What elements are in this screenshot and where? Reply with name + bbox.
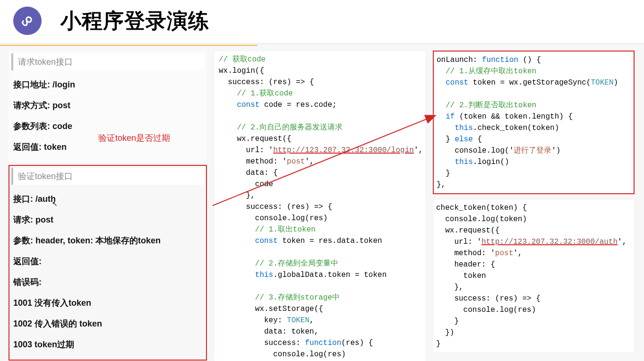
right-column: onLaunch: function () { // 1.从缓存中取出token… (433, 51, 635, 361)
code-line: console.log(res) (219, 213, 425, 224)
api-section-title: 验证token接口 (11, 168, 204, 185)
code-line: success: function(res) { (219, 337, 425, 349)
code-line: method: 'post', (436, 248, 632, 259)
code-line: // 2.存储到全局变量中 (219, 258, 425, 269)
api-error-1002: 1002 传入错误的 token (11, 313, 204, 334)
api-block-auth: 验证token接口 接口: /auth ↖ 请求: post 参数: heade… (9, 165, 207, 361)
api-address: 接口地址: /login (11, 74, 204, 95)
api-errors-label: 错误码: (11, 272, 204, 292)
infinity-icon (19, 12, 36, 29)
code-line: } (436, 316, 632, 327)
code-line: this.check_token(token) (437, 122, 632, 134)
code-line: }, (219, 190, 425, 201)
code-line: url: 'http://123.207.32.32:3000/login', (219, 145, 425, 156)
code-line: wx.setStorage({ (219, 303, 425, 315)
api-section-title: 请求token接口 (11, 53, 204, 70)
code-line: success: (res) => { (219, 77, 425, 88)
api-return: 返回值: (11, 251, 204, 272)
code-line: const token = res.data.token (219, 235, 425, 247)
api-error-1003: 1003 token过期 (11, 334, 204, 355)
code-line: // 1.取出token (219, 224, 425, 235)
page-title: 小程序登录演练 (60, 7, 209, 35)
code-line: }, (436, 282, 632, 293)
code-line: method: 'post', (219, 156, 425, 167)
code-line: onLaunch: function () { (437, 54, 632, 66)
code-line: // 1.获取code (219, 88, 425, 99)
code-line (219, 247, 425, 258)
api-error-1001: 1001 没有传入token (11, 292, 204, 313)
code-line: console.log(res) (436, 304, 632, 316)
code-line: this.globalData.token = token (219, 269, 425, 281)
code-line: }, (437, 179, 632, 190)
code-line: if (token && token.length) { (437, 111, 632, 122)
code-line: data: token, (219, 326, 425, 337)
code-line: const token = wx.getStorageSync(TOKEN) (437, 77, 632, 88)
code-line: console.log('进行了登录') (437, 145, 632, 156)
code-line: // 2.向自己的服务器发送请求 (219, 122, 425, 133)
api-method: 请求方式: post (11, 95, 204, 116)
code-line: const code = res.code; (219, 99, 425, 111)
code-line: data: { (219, 167, 425, 179)
left-column: 验证token是否过期 请求token接口 接口地址: /login 请求方式:… (9, 51, 207, 361)
code-line: // 获取code (219, 54, 425, 65)
code-line: wx.request({ (436, 225, 632, 236)
code-line: code (219, 179, 425, 190)
miniprogram-logo-icon (13, 7, 42, 35)
code-block-checktoken: check_token(token) { console.log(token) … (433, 199, 635, 353)
main-content: 验证token是否过期 请求token接口 接口地址: /login 请求方式:… (0, 46, 644, 361)
api-method: 请求: post (11, 209, 204, 230)
annotation-text: 验证token是否过期 (98, 132, 170, 144)
code-block-onlaunch: onLaunch: function () { // 1.从缓存中取出token… (433, 51, 635, 194)
code-line: }) (436, 327, 632, 338)
code-line: console.log(res) (219, 349, 425, 360)
code-line: this.login() (437, 156, 632, 168)
code-line: // 1.从缓存中取出token (437, 66, 632, 77)
code-line: } (437, 168, 632, 179)
code-line: success: (res) => { (436, 293, 632, 304)
code-line: token (436, 270, 632, 282)
code-line: success: (res) => { (219, 201, 425, 213)
api-address: 接口: /auth (11, 189, 204, 209)
cursor-icon: ↖ (52, 200, 58, 207)
header: 小程序登录演练 (0, 0, 644, 44)
code-line: url: 'http://123.207.32.32:3000/auth', (436, 236, 632, 248)
code-line: wx.login({ (219, 65, 425, 77)
code-line: // 2.判断是否取出token (437, 100, 632, 111)
code-line (219, 111, 425, 122)
code-block-middle: // 获取codewx.login({ success: (res) => { … (214, 51, 426, 361)
code-line: } (436, 338, 632, 350)
code-line (219, 281, 425, 292)
code-line: console.log(token) (436, 214, 632, 225)
code-line: } else { (437, 134, 632, 145)
code-line: // 3.存储到storage中 (219, 292, 425, 303)
code-line: header: { (436, 259, 632, 270)
code-line (437, 88, 632, 100)
code-line: check_token(token) { (436, 202, 632, 214)
api-params: 参数: header, token: 本地保存的token (11, 230, 204, 251)
api-block-login: 请求token接口 接口地址: /login 请求方式: post 参数列表: … (9, 51, 207, 162)
code-line: wx.request({ (219, 133, 425, 145)
code-line: key: TOKEN, (219, 315, 425, 326)
